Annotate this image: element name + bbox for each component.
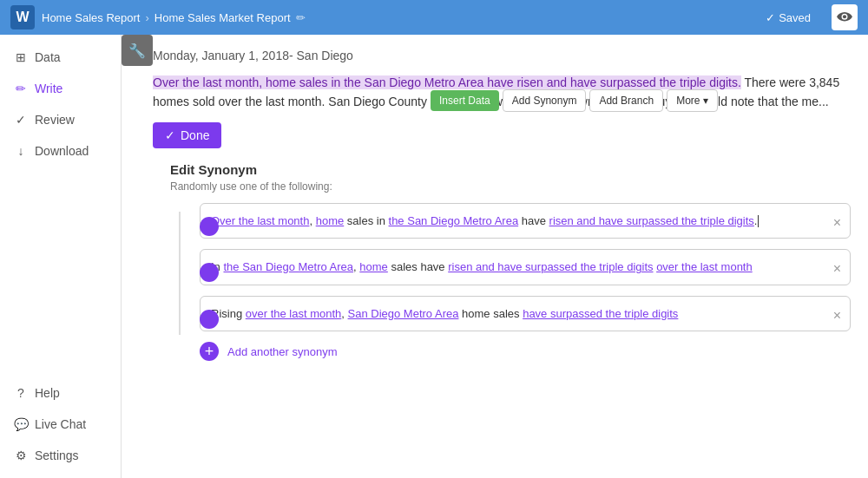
chat-icon: 💬 xyxy=(14,417,28,431)
write-icon: ✏ xyxy=(14,82,28,95)
settings-icon: ⚙ xyxy=(14,449,28,462)
tool-button[interactable]: 🔧 xyxy=(122,35,153,66)
app-logo[interactable]: W xyxy=(10,5,35,29)
preview-button[interactable] xyxy=(832,4,858,30)
wrench-icon: 🔧 xyxy=(128,43,146,59)
breadcrumb-current[interactable]: Home Sales Market Report xyxy=(155,11,291,24)
close-synonym-1-button[interactable]: × xyxy=(833,213,841,233)
synonym-dot-3 xyxy=(200,310,219,329)
grid-icon: ⊞ xyxy=(14,50,28,64)
review-icon: ✓ xyxy=(14,113,28,127)
edit-synonym-panel: Edit Synonym Randomly use one of the fol… xyxy=(153,162,851,362)
date-line: Monday, January 1, 2018- San Diego xyxy=(153,49,851,62)
text-cursor xyxy=(758,215,759,227)
breadcrumb-separator: › xyxy=(145,11,148,24)
add-branch-button[interactable]: Add Branch xyxy=(589,89,663,112)
checkmark-icon: ✓ xyxy=(165,128,175,142)
add-synonym-label[interactable]: Add another synonym xyxy=(227,345,337,358)
insert-data-button[interactable]: Insert Data xyxy=(431,90,499,111)
edit-synonym-title: Edit Synonym xyxy=(170,162,851,177)
close-synonym-2-button[interactable]: × xyxy=(833,259,841,279)
help-icon: ? xyxy=(14,386,28,400)
synonym-row: Rising over the last month, San Diego Me… xyxy=(200,296,851,332)
sidebar-item-settings[interactable]: ⚙ Settings xyxy=(0,440,121,471)
synonym-row: In the San Diego Metro Area, home sales … xyxy=(200,249,851,285)
saved-status: ✓ Saved xyxy=(766,11,811,24)
synonym-box-3[interactable]: Rising over the last month, San Diego Me… xyxy=(200,296,851,332)
sidebar-item-write[interactable]: ✏ Write xyxy=(0,73,121,104)
sidebar-item-help[interactable]: ? Help xyxy=(0,377,121,409)
main-content: Monday, January 1, 2018- San Diego Over … xyxy=(122,35,868,478)
synonym-dot-1 xyxy=(200,217,219,236)
add-synonym-button[interactable]: + xyxy=(200,342,219,361)
sidebar: ⊞ Data ✏ Write ✓ Review ↓ Download ? Hel… xyxy=(0,35,122,478)
done-button[interactable]: ✓ Done xyxy=(153,122,221,148)
synonym-box-2[interactable]: In the San Diego Metro Area, home sales … xyxy=(200,249,851,285)
download-icon: ↓ xyxy=(14,144,28,158)
close-synonym-3-button[interactable]: × xyxy=(833,305,841,326)
breadcrumb-home[interactable]: Home Sales Report xyxy=(42,11,140,24)
breadcrumb: Home Sales Report › Home Sales Market Re… xyxy=(42,11,306,24)
add-synonym-button[interactable]: Add Synonym xyxy=(503,89,587,112)
inline-toolbar: Insert Data Add Synonym Add Branch More … xyxy=(431,89,718,112)
highlighted-text: Over the last month, home sales in the S… xyxy=(153,75,741,89)
sidebar-item-data[interactable]: ⊞ Data xyxy=(0,42,121,73)
add-synonym-row[interactable]: + Add another synonym xyxy=(200,342,851,361)
more-button[interactable]: More ▾ xyxy=(667,89,718,112)
sidebar-item-review[interactable]: ✓ Review xyxy=(0,104,121,135)
synonym-box-1[interactable]: Over the last month, home sales in the S… xyxy=(200,203,851,239)
sidebar-item-download[interactable]: ↓ Download xyxy=(0,135,121,167)
saved-check-icon: ✓ xyxy=(766,11,775,24)
header: W Home Sales Report › Home Sales Market … xyxy=(0,0,868,35)
chevron-down-icon: ▾ xyxy=(703,95,708,107)
edit-title-icon[interactable]: ✏ xyxy=(296,11,306,24)
synonym-row: Over the last month, home sales in the S… xyxy=(200,203,851,239)
edit-synonym-subtitle: Randomly use one of the following: xyxy=(170,180,851,193)
sidebar-item-live-chat[interactable]: 💬 Live Chat xyxy=(0,409,121,440)
